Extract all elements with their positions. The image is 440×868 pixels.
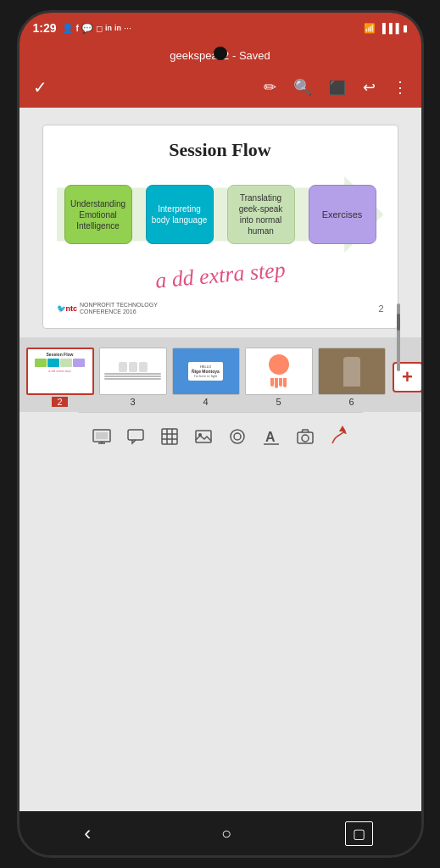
svg-rect-1 xyxy=(96,432,108,439)
back-button[interactable]: ‹ xyxy=(67,815,108,852)
more-options-icon[interactable]: ⋮ xyxy=(393,78,408,97)
thumb-wrapper-5[interactable]: 5 xyxy=(245,348,313,407)
thumbnail-5[interactable] xyxy=(245,348,313,395)
slides-view-button[interactable] xyxy=(85,420,119,453)
svg-point-12 xyxy=(231,430,244,443)
message-icon: 💬 xyxy=(81,23,93,34)
flow-box-3: Translating geek-speak into normal human xyxy=(227,185,295,244)
flow-box-2-label: Interpreting body language xyxy=(152,203,208,225)
slide-footer: 🐦ntc NONPROFIT TECHNOLOGY CONFERENCE 201… xyxy=(57,302,384,314)
svg-text:A: A xyxy=(265,430,276,444)
handwriting-container: a dd extra step xyxy=(57,259,384,295)
checkmark-button[interactable]: ✓ xyxy=(33,77,47,97)
image-button[interactable] xyxy=(187,420,220,453)
status-bar-left: 1:29 👤 f 💬 ◻ in in ··· xyxy=(33,21,132,35)
main-content: Session Flow Understanding Emotional Int… xyxy=(19,108,421,811)
thumb-wrapper-2[interactable]: Session Flow a dd extra step 2 xyxy=(26,348,94,407)
thumb-2-content: Session Flow a dd extra step xyxy=(28,349,92,393)
thumb-wrapper-6[interactable]: 6 xyxy=(318,348,386,407)
scroll-thumb[interactable] xyxy=(397,314,400,331)
leg-2 xyxy=(275,378,278,388)
thumb-5-content xyxy=(246,348,312,394)
thumb-2-number: 2 xyxy=(52,397,67,407)
shape-icon xyxy=(228,427,247,446)
text-icon: A xyxy=(262,427,281,446)
thumbnail-3[interactable] xyxy=(99,348,167,395)
facebook-icon: f xyxy=(76,24,79,33)
thumbnails-section: Session Flow a dd extra step 2 xyxy=(19,337,421,412)
text-button[interactable]: A xyxy=(254,420,288,453)
slide-title: Session Flow xyxy=(57,139,384,161)
thumb-6-number: 6 xyxy=(348,397,354,407)
home-button[interactable]: ○ xyxy=(204,817,248,850)
status-bar: 1:29 👤 f 💬 ◻ in in ··· 📶 ▐▐▐ ▮ xyxy=(19,13,421,43)
svg-rect-4 xyxy=(128,430,143,440)
thumb-4-number: 4 xyxy=(203,397,208,407)
scroll-indicator[interactable] xyxy=(397,303,400,371)
face-3 xyxy=(139,362,148,372)
thumb-3-content xyxy=(100,348,166,394)
flow-box-4: Exercises xyxy=(309,185,376,244)
thumb-wrapper-4[interactable]: HELLO Ñige Montoya I'm here to fight 4 xyxy=(172,348,240,407)
undo-icon[interactable]: ↩ xyxy=(363,78,376,97)
leg-1 xyxy=(270,378,274,387)
pen-icon[interactable]: ✏ xyxy=(264,78,276,97)
arrow-container: Understanding Emotional Intelligence Int… xyxy=(57,178,384,251)
slide-number: 2 xyxy=(378,303,383,314)
thumb-box-lime xyxy=(60,359,72,367)
table-icon xyxy=(160,427,179,446)
toolbar-left: ✓ xyxy=(33,77,47,97)
leg-4 xyxy=(283,378,287,387)
battery-icon: ▮ xyxy=(403,23,408,34)
octopus-body xyxy=(269,354,289,375)
line-2 xyxy=(104,376,161,377)
slides-icon xyxy=(92,427,111,446)
person-image xyxy=(343,357,360,387)
leg-3 xyxy=(279,378,282,387)
thumb-2-boxes xyxy=(35,359,85,367)
line-3 xyxy=(104,378,161,380)
thumb-3-faces xyxy=(119,362,148,372)
ink-button[interactable] xyxy=(322,420,356,453)
camera-icon xyxy=(296,427,315,446)
thumbnail-6[interactable] xyxy=(318,348,386,395)
thumb-6-content xyxy=(319,348,385,394)
recent-button[interactable]: ▢ xyxy=(345,821,373,846)
thumb-box-teal xyxy=(47,359,59,367)
name-tag: HELLO Ñige Montoya I'm here to fight xyxy=(188,362,223,381)
comment-icon xyxy=(126,427,145,446)
svg-rect-10 xyxy=(196,431,211,442)
face-2 xyxy=(129,362,137,372)
handwriting-text: a dd extra step xyxy=(154,257,287,293)
slide-container[interactable]: Session Flow Understanding Emotional Int… xyxy=(42,125,398,329)
ntc-logo-icon: 🐦ntc xyxy=(57,304,78,313)
plus-icon: + xyxy=(402,368,413,387)
svg-point-13 xyxy=(234,433,241,440)
flow-box-2: Interpreting body language xyxy=(146,185,214,244)
search-icon[interactable]: 🔍 xyxy=(293,78,312,97)
linkedin2-icon: in xyxy=(114,24,121,32)
bottom-toolbar: A xyxy=(78,412,363,459)
thumb-box-purple xyxy=(73,359,85,367)
thumbnail-4[interactable]: HELLO Ñige Montoya I'm here to fight xyxy=(172,348,240,395)
present-icon[interactable]: ⬛ xyxy=(329,80,346,96)
svg-marker-19 xyxy=(339,426,346,431)
flow-box-1: Understanding Emotional Intelligence xyxy=(64,185,132,244)
octopus-illustration xyxy=(262,354,296,388)
thumbnail-2[interactable]: Session Flow a dd extra step xyxy=(26,348,94,395)
flow-diagram: Understanding Emotional Intelligence Int… xyxy=(57,178,384,251)
toolbar: ✓ ✏ 🔍 ⬛ ↩ ⋮ xyxy=(19,67,421,108)
thumb-4-content: HELLO Ñige Montoya I'm here to fight xyxy=(173,348,239,394)
camera-button[interactable] xyxy=(288,420,322,453)
flow-boxes: Understanding Emotional Intelligence Int… xyxy=(57,178,384,251)
comment-button[interactable] xyxy=(119,420,153,453)
image-icon xyxy=(194,427,213,446)
name-subtitle: I'm here to fight xyxy=(192,374,220,378)
thumb-wrapper-3[interactable]: 3 xyxy=(99,348,167,407)
linkedin1-icon: in xyxy=(105,24,112,32)
thumb-2-title: Session Flow xyxy=(47,352,74,357)
status-bar-right: 📶 ▐▐▐ ▮ xyxy=(364,23,407,34)
table-button[interactable] xyxy=(153,420,187,453)
shape-button[interactable] xyxy=(220,420,254,453)
face-1 xyxy=(119,362,127,372)
